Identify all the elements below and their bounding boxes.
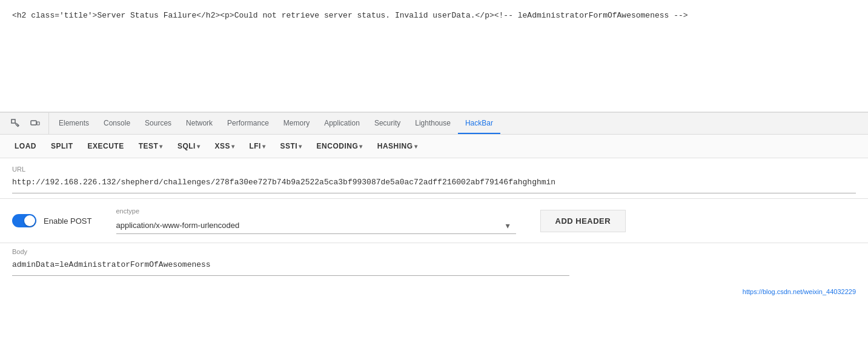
enable-post-label: Enable POST	[44, 216, 92, 226]
lfi-dropdown-arrow: ▾	[262, 143, 266, 150]
hackbar-panel: LOAD SPLIT EXECUTE TEST ▾ SQLI ▾ XSS ▾ L…	[0, 135, 868, 298]
devtools-panel: Elements Console Sources Network Perform…	[0, 112, 868, 298]
tab-memory[interactable]: Memory	[276, 113, 317, 134]
browser-content: <h2 class='title'>Server Status Failure<…	[0, 0, 868, 112]
tab-application[interactable]: Application	[317, 113, 367, 134]
add-header-button[interactable]: ADD HEADER	[540, 210, 626, 232]
hackbar-toolbar: LOAD SPLIT EXECUTE TEST ▾ SQLI ▾ XSS ▾ L…	[0, 135, 868, 158]
device-toolbar-icon[interactable]	[27, 115, 44, 132]
url-value[interactable]: http://192.168.226.132/shepherd/challeng…	[12, 175, 856, 189]
inspect-element-icon[interactable]	[7, 115, 24, 132]
svg-rect-0	[12, 119, 15, 123]
hashing-dropdown-arrow: ▾	[414, 143, 418, 150]
hashing-button[interactable]: HASHING ▾	[373, 139, 422, 153]
enctype-label: enctype	[116, 207, 516, 215]
lfi-button[interactable]: LFI ▾	[244, 139, 270, 153]
ssti-button[interactable]: SSTI ▾	[275, 139, 306, 153]
test-button[interactable]: TEST ▾	[134, 139, 168, 153]
body-section: Body adminData=leAdministratorFormOfAwes…	[0, 243, 868, 286]
post-section: Enable POST enctype application/x-www-fo…	[0, 199, 868, 243]
xss-dropdown-arrow: ▾	[231, 143, 235, 150]
url-underline	[12, 193, 856, 193]
footer-link-text[interactable]: https://blog.csdn.net/weixin_44032229	[743, 288, 856, 295]
url-section: URL http://192.168.226.132/shepherd/chal…	[0, 158, 868, 199]
execute-button[interactable]: EXECUTE	[83, 139, 129, 153]
svg-rect-2	[37, 122, 39, 125]
enctype-container: enctype application/x-www-form-urlencode…	[116, 207, 516, 234]
tab-security[interactable]: Security	[367, 113, 408, 134]
tab-network[interactable]: Network	[179, 113, 220, 134]
enctype-select-wrapper: application/x-www-form-urlencoded multip…	[116, 217, 516, 234]
tab-elements[interactable]: Elements	[51, 113, 96, 134]
html-source-text: <h2 class='title'>Server Status Failure<…	[12, 10, 856, 22]
load-button[interactable]: LOAD	[10, 139, 41, 153]
enctype-select[interactable]: application/x-www-form-urlencoded multip…	[116, 217, 516, 234]
sqli-button[interactable]: SQLI ▾	[173, 139, 205, 153]
svg-rect-1	[31, 121, 36, 125]
footer-link: https://blog.csdn.net/weixin_44032229	[0, 286, 868, 298]
body-label: Body	[12, 248, 856, 255]
devtools-tabs-bar: Elements Console Sources Network Perform…	[0, 113, 868, 135]
ssti-dropdown-arrow: ▾	[299, 143, 302, 150]
body-value[interactable]: adminData=leAdministratorFormOfAwesomene…	[12, 258, 856, 272]
devtools-icon-group	[2, 113, 49, 134]
enable-post-container: Enable POST	[12, 214, 92, 227]
split-button[interactable]: SPLIT	[46, 139, 78, 153]
sqli-dropdown-arrow: ▾	[197, 143, 200, 150]
tab-sources[interactable]: Sources	[137, 113, 179, 134]
tab-console[interactable]: Console	[96, 113, 137, 134]
tab-lighthouse[interactable]: Lighthouse	[408, 113, 458, 134]
url-label: URL	[12, 166, 856, 173]
tab-performance[interactable]: Performance	[220, 113, 276, 134]
test-dropdown-arrow: ▾	[159, 143, 163, 150]
tab-hackbar[interactable]: HackBar	[458, 113, 500, 134]
body-underline	[12, 275, 569, 276]
encoding-button[interactable]: ENCODING ▾	[312, 139, 368, 153]
xss-button[interactable]: XSS ▾	[210, 139, 239, 153]
enable-post-toggle[interactable]	[12, 214, 36, 227]
encoding-dropdown-arrow: ▾	[359, 143, 363, 150]
